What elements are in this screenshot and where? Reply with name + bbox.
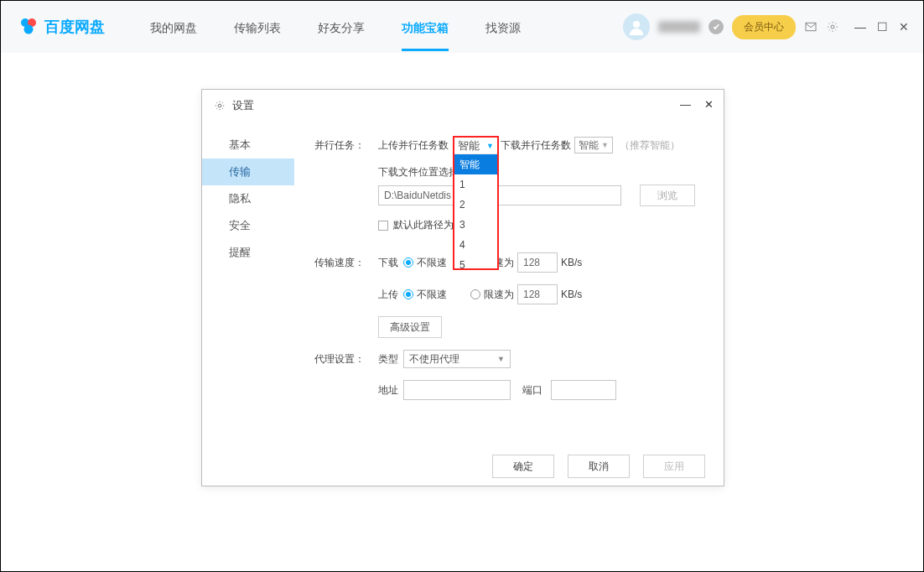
- svg-point-6: [218, 104, 221, 107]
- dropdown-option-3[interactable]: 3: [454, 215, 497, 235]
- proxy-type-select[interactable]: 不使用代理▼: [403, 350, 511, 368]
- ok-button[interactable]: 确定: [492, 455, 554, 478]
- advanced-settings-button[interactable]: 高级设置: [378, 316, 442, 338]
- settings-sidebar: 基本 传输 隐私 安全 提醒: [202, 122, 294, 447]
- proxy-addr-label: 地址: [378, 383, 403, 398]
- upload-limit-label: 限速为: [484, 288, 514, 302]
- download-word: 下载: [378, 256, 403, 270]
- sidebar-item-transfer[interactable]: 传输: [202, 159, 294, 185]
- settings-icon: [214, 100, 226, 112]
- upload-parallel-label: 上传并行任务数: [378, 138, 449, 153]
- app-logo: 百度网盘: [18, 16, 105, 38]
- parallel-tasks-label: 并行任务：: [314, 138, 378, 153]
- proxy-addr-input[interactable]: [403, 380, 511, 400]
- tab-friends-share[interactable]: 好友分享: [318, 3, 365, 51]
- app-name: 百度网盘: [44, 17, 105, 37]
- verify-badge-icon[interactable]: ✔: [709, 19, 724, 34]
- dialog-close[interactable]: ✕: [704, 98, 714, 111]
- vip-button[interactable]: 会员中心: [732, 15, 796, 39]
- tab-toolbox[interactable]: 功能宝箱: [402, 3, 449, 51]
- sidebar-item-privacy[interactable]: 隐私: [202, 185, 294, 212]
- download-limit-input[interactable]: [517, 252, 558, 273]
- svg-point-5: [831, 25, 834, 29]
- upload-word: 上传: [378, 288, 403, 302]
- recommend-hint: （推荐智能）: [620, 138, 680, 153]
- browse-button[interactable]: 浏览: [640, 185, 695, 206]
- cancel-button[interactable]: 取消: [568, 455, 630, 478]
- gear-icon[interactable]: [826, 20, 839, 34]
- avatar[interactable]: [623, 13, 650, 40]
- tab-my-disk[interactable]: 我的网盘: [150, 3, 197, 51]
- sidebar-item-security[interactable]: 安全: [202, 212, 294, 239]
- dropdown-option-2[interactable]: 2: [454, 195, 497, 215]
- svg-point-2: [24, 25, 34, 34]
- dropdown-option-4[interactable]: 4: [454, 235, 497, 255]
- dropdown-option-5[interactable]: 5: [454, 255, 497, 275]
- logo-icon: [18, 16, 39, 38]
- tab-find-resources[interactable]: 找资源: [485, 3, 521, 51]
- default-path-checkbox[interactable]: [378, 221, 388, 231]
- avatar-icon: [628, 18, 645, 35]
- sidebar-item-reminder[interactable]: 提醒: [202, 239, 294, 266]
- download-parallel-label: 下载并行任务数: [501, 138, 571, 153]
- tab-transfer-list[interactable]: 传输列表: [234, 3, 281, 51]
- dialog-titlebar: 设置 — ✕: [202, 90, 724, 122]
- dialog-title: 设置: [232, 98, 254, 113]
- svg-rect-4: [806, 23, 816, 30]
- window-close[interactable]: ✕: [898, 20, 910, 34]
- kbs-label: KB/s: [561, 257, 582, 268]
- download-parallel-select[interactable]: 智能▼: [574, 137, 613, 153]
- upload-unlimited-label: 不限速: [417, 288, 447, 302]
- download-path-label: 下载文件位置选择: [378, 165, 459, 179]
- transfer-speed-label: 传输速度：: [314, 256, 378, 270]
- username[interactable]: [658, 21, 700, 33]
- nav-tabs: 我的网盘 传输列表 好友分享 功能宝箱 找资源: [150, 3, 521, 51]
- upload-unlimited-radio[interactable]: [403, 289, 413, 299]
- dropdown-option-smart[interactable]: 智能: [454, 154, 497, 174]
- window-minimize[interactable]: —: [854, 20, 866, 34]
- mail-icon[interactable]: [804, 20, 818, 34]
- proxy-type-label: 类型: [378, 352, 403, 367]
- upload-parallel-dropdown[interactable]: 智能▼ 智能 1 2 3 4 5: [453, 136, 499, 270]
- settings-panel: 并行任务： 上传并行任务数 下载并行任务数 智能▼ （推荐智能） 下载文件位置选…: [294, 122, 724, 447]
- upload-parallel-select[interactable]: 智能▼: [454, 138, 497, 154]
- upload-limit-radio[interactable]: [470, 289, 480, 299]
- download-path-input[interactable]: [378, 185, 621, 205]
- kbs-label-2: KB/s: [561, 289, 582, 300]
- dialog-footer: 确定 取消 应用: [202, 447, 724, 486]
- download-unlimited-radio[interactable]: [403, 257, 413, 268]
- download-unlimited-label: 不限速: [417, 256, 447, 270]
- window-maximize[interactable]: ☐: [876, 20, 888, 34]
- proxy-port-input[interactable]: [551, 380, 616, 400]
- apply-button[interactable]: 应用: [643, 455, 705, 478]
- dialog-minimize[interactable]: —: [680, 98, 691, 111]
- proxy-port-label: 端口: [522, 383, 551, 398]
- sidebar-item-basic[interactable]: 基本: [202, 132, 294, 159]
- svg-point-3: [633, 21, 640, 28]
- upload-limit-input[interactable]: [517, 284, 558, 304]
- dropdown-option-1[interactable]: 1: [454, 174, 497, 195]
- app-header: 百度网盘 我的网盘 传输列表 好友分享 功能宝箱 找资源 ✔ 会员中心 — ☐ …: [1, 1, 923, 53]
- default-path-label: 默认此路径为: [393, 218, 454, 232]
- proxy-label: 代理设置：: [314, 352, 378, 367]
